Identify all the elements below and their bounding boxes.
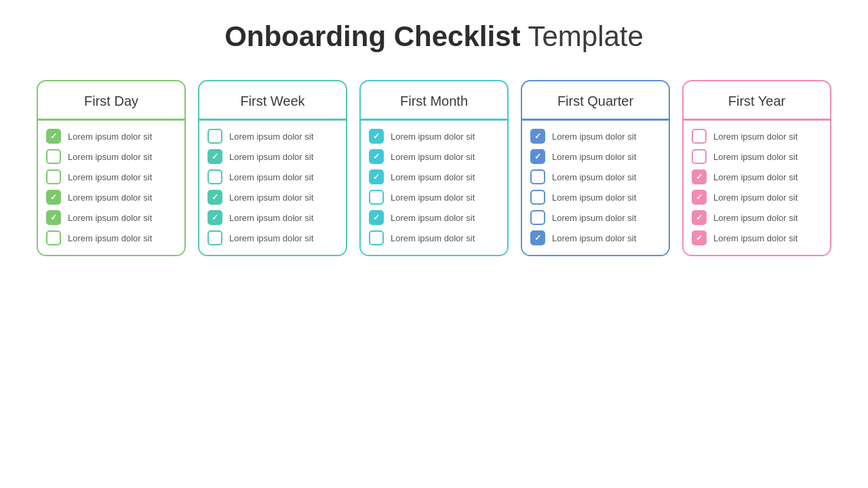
list-item[interactable]: ✓Lorem ipsum dolor sit (46, 129, 176, 144)
checkmark-icon: ✓ (212, 152, 218, 161)
checked-checkbox[interactable]: ✓ (692, 210, 707, 225)
column-first-month: First Month✓Lorem ipsum dolor sit✓Lorem … (359, 80, 509, 256)
list-item[interactable]: Lorem ipsum dolor sit (530, 169, 660, 184)
item-text: Lorem ipsum dolor sit (713, 172, 797, 182)
checkmark-icon: ✓ (212, 213, 218, 222)
checked-checkbox[interactable]: ✓ (369, 129, 384, 144)
list-item[interactable]: ✓Lorem ipsum dolor sit (369, 210, 499, 225)
list-item[interactable]: Lorem ipsum dolor sit (46, 230, 176, 245)
columns-wrapper: First Day✓Lorem ipsum dolor sitLorem ips… (27, 80, 841, 256)
checkmark-icon: ✓ (696, 213, 703, 222)
list-item[interactable]: Lorem ipsum dolor sit (530, 210, 660, 225)
unchecked-checkbox[interactable] (46, 149, 61, 164)
checkmark-icon: ✓ (50, 192, 57, 202)
checked-checkbox[interactable]: ✓ (692, 230, 707, 245)
list-item[interactable]: ✓Lorem ipsum dolor sit (369, 169, 499, 184)
list-item[interactable]: ✓Lorem ipsum dolor sit (692, 230, 822, 245)
checked-checkbox[interactable]: ✓ (369, 169, 384, 184)
column-header-first-month: First Month (361, 81, 507, 121)
unchecked-checkbox[interactable] (46, 169, 61, 184)
checked-checkbox[interactable]: ✓ (46, 129, 61, 144)
list-item[interactable]: Lorem ipsum dolor sit (208, 129, 338, 144)
checkmark-icon: ✓ (373, 152, 380, 161)
list-item[interactable]: ✓Lorem ipsum dolor sit (369, 129, 499, 144)
item-text: Lorem ipsum dolor sit (68, 152, 152, 162)
unchecked-checkbox[interactable] (208, 169, 222, 184)
checked-checkbox[interactable]: ✓ (208, 190, 222, 205)
item-text: Lorem ipsum dolor sit (552, 131, 636, 142)
list-item[interactable]: Lorem ipsum dolor sit (46, 169, 176, 184)
checked-checkbox[interactable]: ✓ (46, 190, 61, 205)
unchecked-checkbox[interactable] (46, 230, 61, 245)
list-item[interactable]: ✓Lorem ipsum dolor sit (692, 190, 822, 205)
unchecked-checkbox[interactable] (208, 129, 222, 144)
column-body-first-day: ✓Lorem ipsum dolor sitLorem ipsum dolor … (38, 121, 184, 255)
unchecked-checkbox[interactable] (692, 149, 707, 164)
list-item[interactable]: Lorem ipsum dolor sit (208, 230, 338, 245)
unchecked-checkbox[interactable] (692, 129, 707, 144)
checkmark-icon: ✓ (50, 213, 57, 222)
list-item[interactable]: Lorem ipsum dolor sit (369, 230, 499, 245)
checkmark-icon: ✓ (534, 131, 541, 141)
column-first-day: First Day✓Lorem ipsum dolor sitLorem ips… (37, 80, 186, 256)
checked-checkbox[interactable]: ✓ (369, 210, 384, 225)
checked-checkbox[interactable]: ✓ (530, 149, 545, 164)
checked-checkbox[interactable]: ✓ (208, 210, 222, 225)
list-item[interactable]: Lorem ipsum dolor sit (692, 129, 822, 144)
checked-checkbox[interactable]: ✓ (369, 149, 384, 164)
unchecked-checkbox[interactable] (369, 190, 384, 205)
item-text: Lorem ipsum dolor sit (391, 152, 475, 162)
item-text: Lorem ipsum dolor sit (391, 192, 475, 203)
list-item[interactable]: Lorem ipsum dolor sit (208, 169, 338, 184)
item-text: Lorem ipsum dolor sit (229, 131, 313, 142)
item-text: Lorem ipsum dolor sit (713, 152, 797, 162)
checked-checkbox[interactable]: ✓ (692, 169, 707, 184)
unchecked-checkbox[interactable] (369, 230, 384, 245)
item-text: Lorem ipsum dolor sit (229, 192, 313, 203)
checkmark-icon: ✓ (696, 233, 703, 243)
list-item[interactable]: Lorem ipsum dolor sit (530, 190, 660, 205)
column-first-quarter: First Quarter✓Lorem ipsum dolor sit✓Lore… (521, 80, 670, 256)
unchecked-checkbox[interactable] (530, 190, 545, 205)
checkmark-icon: ✓ (373, 131, 380, 141)
checkmark-icon: ✓ (373, 172, 380, 182)
list-item[interactable]: ✓Lorem ipsum dolor sit (46, 190, 176, 205)
list-item[interactable]: ✓Lorem ipsum dolor sit (208, 149, 338, 164)
list-item[interactable]: Lorem ipsum dolor sit (692, 149, 822, 164)
column-header-first-quarter: First Quarter (522, 81, 669, 121)
list-item[interactable]: ✓Lorem ipsum dolor sit (530, 230, 660, 245)
column-first-year: First YearLorem ipsum dolor sitLorem ips… (682, 80, 831, 256)
unchecked-checkbox[interactable] (530, 169, 545, 184)
checked-checkbox[interactable]: ✓ (46, 210, 61, 225)
item-text: Lorem ipsum dolor sit (713, 131, 797, 142)
checked-checkbox[interactable]: ✓ (530, 129, 545, 144)
list-item[interactable]: ✓Lorem ipsum dolor sit (208, 190, 338, 205)
checkmark-icon: ✓ (212, 192, 218, 202)
column-body-first-week: Lorem ipsum dolor sit✓Lorem ipsum dolor … (199, 121, 346, 255)
checkmark-icon: ✓ (696, 192, 703, 202)
list-item[interactable]: Lorem ipsum dolor sit (46, 149, 176, 164)
unchecked-checkbox[interactable] (530, 210, 545, 225)
item-text: Lorem ipsum dolor sit (68, 233, 152, 243)
checked-checkbox[interactable]: ✓ (208, 149, 222, 164)
checked-checkbox[interactable]: ✓ (692, 190, 707, 205)
item-text: Lorem ipsum dolor sit (391, 213, 475, 223)
item-text: Lorem ipsum dolor sit (229, 172, 313, 182)
unchecked-checkbox[interactable] (208, 230, 222, 245)
list-item[interactable]: ✓Lorem ipsum dolor sit (530, 149, 660, 164)
checkmark-icon: ✓ (534, 233, 541, 243)
list-item[interactable]: ✓Lorem ipsum dolor sit (46, 210, 176, 225)
item-text: Lorem ipsum dolor sit (552, 172, 636, 182)
list-item[interactable]: ✓Lorem ipsum dolor sit (692, 210, 822, 225)
item-text: Lorem ipsum dolor sit (229, 213, 313, 223)
list-item[interactable]: Lorem ipsum dolor sit (369, 190, 499, 205)
list-item[interactable]: ✓Lorem ipsum dolor sit (369, 149, 499, 164)
item-text: Lorem ipsum dolor sit (68, 192, 152, 203)
item-text: Lorem ipsum dolor sit (552, 192, 636, 203)
checkmark-icon: ✓ (50, 131, 57, 141)
checked-checkbox[interactable]: ✓ (530, 230, 545, 245)
column-body-first-quarter: ✓Lorem ipsum dolor sit✓Lorem ipsum dolor… (522, 121, 669, 255)
list-item[interactable]: ✓Lorem ipsum dolor sit (692, 169, 822, 184)
list-item[interactable]: ✓Lorem ipsum dolor sit (208, 210, 338, 225)
list-item[interactable]: ✓Lorem ipsum dolor sit (530, 129, 660, 144)
